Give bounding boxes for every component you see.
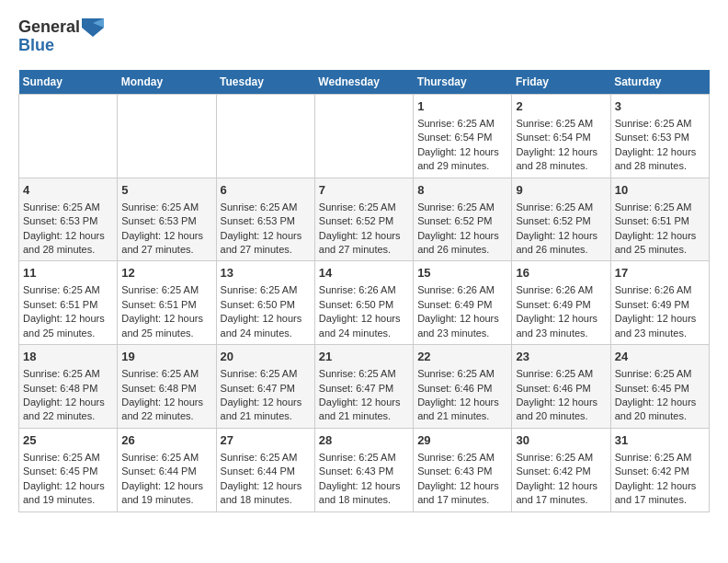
day-info: Daylight: 12 hours and 20 minutes. [516,396,606,424]
calendar-cell: 30Sunrise: 6:25 AMSunset: 6:42 PMDayligh… [512,428,610,511]
day-number: 12 [121,265,211,282]
day-number: 6 [221,182,311,199]
day-info: Sunrise: 6:25 AM [319,367,409,381]
calendar-cell: 20Sunrise: 6:25 AMSunset: 6:47 PMDayligh… [216,345,314,429]
calendar-cell: 13Sunrise: 6:25 AMSunset: 6:50 PMDayligh… [216,261,314,345]
day-number: 17 [615,265,705,282]
calendar-cell [19,94,118,178]
day-info: Sunrise: 6:25 AM [221,283,311,297]
day-info: Daylight: 12 hours and 25 minutes. [615,229,705,258]
day-info: Sunrise: 6:25 AM [121,451,211,465]
day-info: Sunset: 6:42 PM [516,465,606,478]
day-info: Daylight: 12 hours and 17 minutes. [417,479,507,508]
day-number: 13 [221,265,311,282]
day-info: Sunrise: 6:25 AM [121,201,211,214]
calendar-cell: 26Sunrise: 6:25 AMSunset: 6:44 PMDayligh… [118,428,216,511]
day-info: Sunset: 6:52 PM [319,214,409,228]
day-info: Sunrise: 6:26 AM [319,283,409,297]
day-info: Sunrise: 6:25 AM [221,367,311,381]
day-info: Sunset: 6:46 PM [417,382,507,396]
day-info: Daylight: 12 hours and 22 minutes. [121,396,211,424]
day-info: Sunset: 6:44 PM [121,465,211,478]
day-number: 28 [319,432,409,449]
day-info: Daylight: 12 hours and 24 minutes. [221,312,311,340]
day-number: 18 [23,349,113,365]
day-number: 11 [23,265,113,282]
page-header: General Blue [18,18,710,55]
calendar-cell: 31Sunrise: 6:25 AMSunset: 6:42 PMDayligh… [610,428,709,511]
day-info: Daylight: 12 hours and 26 minutes. [417,229,507,258]
calendar-cell: 3Sunrise: 6:25 AMSunset: 6:53 PMDaylight… [610,94,709,178]
calendar-cell: 18Sunrise: 6:25 AMSunset: 6:48 PMDayligh… [19,345,118,429]
calendar-cell: 22Sunrise: 6:25 AMSunset: 6:46 PMDayligh… [414,345,512,429]
day-info: Sunset: 6:52 PM [417,214,507,228]
day-info: Sunset: 6:47 PM [221,382,311,396]
day-info: Sunset: 6:45 PM [615,382,705,396]
day-number: 14 [319,265,409,282]
header-day-tuesday: Tuesday [216,70,314,95]
day-info: Daylight: 12 hours and 23 minutes. [615,312,705,340]
day-info: Sunset: 6:48 PM [121,382,211,396]
calendar-cell: 27Sunrise: 6:25 AMSunset: 6:44 PMDayligh… [216,428,314,511]
calendar-cell [216,94,314,178]
day-number: 23 [516,349,606,365]
day-info: Sunrise: 6:25 AM [417,117,507,131]
day-number: 1 [417,98,507,115]
calendar-cell: 2Sunrise: 6:25 AMSunset: 6:54 PMDaylight… [512,94,610,178]
day-info: Sunrise: 6:25 AM [23,201,113,214]
day-info: Sunset: 6:45 PM [23,465,113,478]
day-info: Sunrise: 6:25 AM [121,367,211,381]
calendar-cell: 9Sunrise: 6:25 AMSunset: 6:52 PMDaylight… [512,178,610,261]
calendar-cell: 7Sunrise: 6:25 AMSunset: 6:52 PMDaylight… [314,178,413,261]
day-number: 25 [23,432,113,449]
day-info: Daylight: 12 hours and 27 minutes. [319,229,409,258]
day-number: 5 [121,182,211,199]
day-info: Daylight: 12 hours and 25 minutes. [121,312,211,340]
calendar-cell: 8Sunrise: 6:25 AMSunset: 6:52 PMDaylight… [414,178,512,261]
day-info: Daylight: 12 hours and 21 minutes. [319,396,409,424]
day-info: Sunrise: 6:25 AM [516,451,606,465]
day-number: 21 [319,349,409,365]
header-day-sunday: Sunday [19,70,118,95]
day-info: Sunset: 6:54 PM [417,131,507,144]
day-number: 22 [417,349,507,365]
day-number: 16 [516,265,606,282]
day-info: Sunset: 6:44 PM [221,465,311,478]
day-number: 24 [615,349,705,365]
calendar-week-3: 11Sunrise: 6:25 AMSunset: 6:51 PMDayligh… [19,261,710,345]
calendar-header: SundayMondayTuesdayWednesdayThursdayFrid… [19,70,710,95]
calendar-cell: 19Sunrise: 6:25 AMSunset: 6:48 PMDayligh… [118,345,216,429]
calendar-cell: 5Sunrise: 6:25 AMSunset: 6:53 PMDaylight… [118,178,216,261]
header-row: SundayMondayTuesdayWednesdayThursdayFrid… [19,70,710,95]
day-info: Sunset: 6:51 PM [121,298,211,312]
day-info: Sunrise: 6:26 AM [417,283,507,297]
day-info: Sunset: 6:52 PM [516,214,606,228]
day-info: Sunrise: 6:25 AM [319,201,409,214]
day-info: Sunrise: 6:25 AM [23,451,113,465]
day-number: 9 [516,182,606,199]
day-info: Daylight: 12 hours and 22 minutes. [23,396,113,424]
day-info: Daylight: 12 hours and 19 minutes. [23,479,113,508]
day-number: 8 [417,182,507,199]
day-info: Daylight: 12 hours and 28 minutes. [23,229,113,258]
day-info: Sunrise: 6:25 AM [121,283,211,297]
day-info: Sunset: 6:42 PM [615,465,705,478]
day-info: Sunrise: 6:25 AM [615,117,705,131]
day-info: Sunset: 6:47 PM [319,382,409,396]
header-day-saturday: Saturday [610,70,709,95]
day-number: 2 [516,98,606,115]
day-info: Daylight: 12 hours and 25 minutes. [23,312,113,340]
calendar-cell: 28Sunrise: 6:25 AMSunset: 6:43 PMDayligh… [314,428,413,511]
day-info: Sunrise: 6:25 AM [516,367,606,381]
day-info: Daylight: 12 hours and 21 minutes. [417,396,507,424]
day-number: 4 [23,182,113,199]
day-info: Daylight: 12 hours and 28 minutes. [516,145,606,174]
day-info: Sunrise: 6:25 AM [221,451,311,465]
day-number: 19 [121,349,211,365]
day-info: Sunrise: 6:26 AM [615,283,705,297]
day-info: Sunrise: 6:25 AM [516,117,606,131]
logo-text-blue: Blue [18,37,54,55]
logo-text-general: General [18,18,80,37]
day-info: Daylight: 12 hours and 26 minutes. [516,229,606,258]
day-info: Daylight: 12 hours and 19 minutes. [121,479,211,508]
